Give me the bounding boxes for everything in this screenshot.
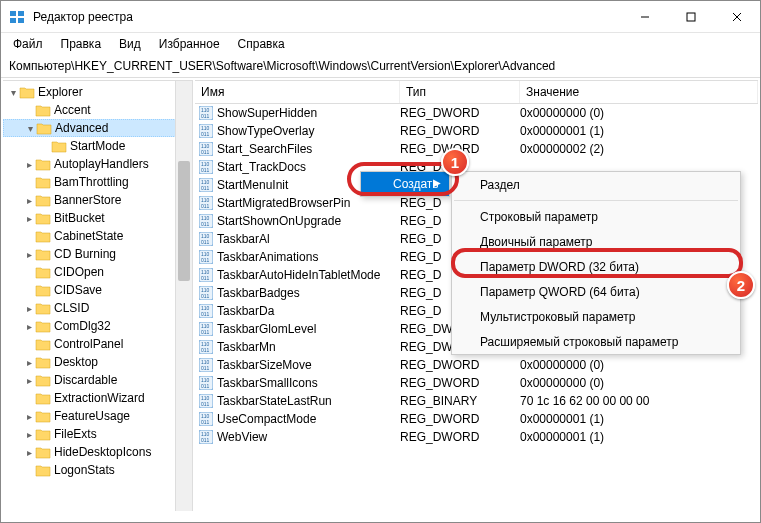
value-name: TaskbarSizeMove (217, 358, 312, 372)
folder-icon (35, 104, 51, 117)
submenu-expandstring[interactable]: Расширяемый строковый параметр (452, 329, 740, 354)
tree-item[interactable]: Accent (3, 101, 192, 119)
submenu-binary[interactable]: Двоичный параметр (452, 229, 740, 254)
tree-item[interactable]: CIDOpen (3, 263, 192, 281)
tree-item[interactable]: ▸ComDlg32 (3, 317, 192, 335)
tree-item[interactable]: ▸Discardable (3, 371, 192, 389)
window-controls (622, 2, 760, 32)
tree-label: ControlPanel (54, 337, 123, 351)
registry-value-icon: 110011 (199, 232, 213, 246)
svg-text:011: 011 (201, 329, 210, 335)
maximize-button[interactable] (668, 2, 714, 32)
value-name: TaskbarAl (217, 232, 270, 246)
submenu-qword[interactable]: Параметр QWORD (64 бита) (452, 279, 740, 304)
tree-item[interactable]: ▸HideDesktopIcons (3, 443, 192, 461)
tree-label: HideDesktopIcons (54, 445, 151, 459)
submenu-multistring[interactable]: Мультистроковый параметр (452, 304, 740, 329)
folder-icon (35, 176, 51, 189)
minimize-button[interactable] (622, 2, 668, 32)
tree-item[interactable]: ControlPanel (3, 335, 192, 353)
menu-favorites[interactable]: Избранное (151, 35, 228, 53)
table-row[interactable]: 110011WebViewREG_DWORD0x00000001 (1) (195, 428, 758, 446)
svg-text:011: 011 (201, 419, 210, 425)
tree-item[interactable]: ▸BannerStore (3, 191, 192, 209)
value-name: ShowSuperHidden (217, 106, 317, 120)
folder-icon (35, 284, 51, 297)
chevron-right-icon: ▶ (433, 177, 441, 188)
address-bar[interactable]: Компьютер\HKEY_CURRENT_USER\Software\Mic… (1, 55, 760, 78)
folder-icon (35, 212, 51, 225)
table-row[interactable]: 110011UseCompactModeREG_DWORD0x00000001 … (195, 410, 758, 428)
table-row[interactable]: 110011TaskbarSmallIconsREG_DWORD0x000000… (195, 374, 758, 392)
menu-file[interactable]: Файл (5, 35, 51, 53)
value-data: 0x00000000 (0) (520, 106, 758, 120)
value-data: 0x00000001 (1) (520, 412, 758, 426)
value-type: REG_DWORD (400, 358, 520, 372)
svg-text:011: 011 (201, 149, 210, 155)
svg-text:011: 011 (201, 401, 210, 407)
tree-item[interactable]: ▸FileExts (3, 425, 192, 443)
menu-view[interactable]: Вид (111, 35, 149, 53)
column-name[interactable]: Имя (195, 81, 400, 103)
tree-label: Explorer (38, 85, 83, 99)
tree-item[interactable]: CIDSave (3, 281, 192, 299)
menu-edit[interactable]: Правка (53, 35, 110, 53)
tree-item[interactable]: ExtractionWizard (3, 389, 192, 407)
value-name: StartShownOnUpgrade (217, 214, 341, 228)
folder-icon (35, 392, 51, 405)
tree-item[interactable]: ▸AutoplayHandlers (3, 155, 192, 173)
table-row[interactable]: 110011TaskbarSizeMoveREG_DWORD0x00000000… (195, 356, 758, 374)
registry-value-icon: 110011 (199, 376, 213, 390)
tree-label: Desktop (54, 355, 98, 369)
tree-label: BannerStore (54, 193, 121, 207)
value-name: WebView (217, 430, 267, 444)
svg-rect-3 (18, 18, 24, 23)
tree-item[interactable]: CabinetState (3, 227, 192, 245)
tree-item[interactable]: ▸CD Burning (3, 245, 192, 263)
table-row[interactable]: 110011TaskbarStateLastRunREG_BINARY70 1c… (195, 392, 758, 410)
value-name: TaskbarDa (217, 304, 274, 318)
tree-item[interactable]: ▾Advanced (3, 119, 192, 137)
tree-item[interactable]: ▸FeatureUsage (3, 407, 192, 425)
submenu-string[interactable]: Строковый параметр (452, 204, 740, 229)
registry-value-icon: 110011 (199, 160, 213, 174)
tree-scrollbar[interactable] (175, 81, 192, 511)
registry-value-icon: 110011 (199, 340, 213, 354)
svg-text:011: 011 (201, 113, 210, 119)
folder-icon (35, 266, 51, 279)
table-row[interactable]: 110011Start_SearchFilesREG_DWORD0x000000… (195, 140, 758, 158)
value-name: TaskbarMn (217, 340, 276, 354)
submenu-key[interactable]: Раздел (452, 172, 740, 197)
svg-text:011: 011 (201, 257, 210, 263)
value-type: REG_DWORD (400, 430, 520, 444)
registry-value-icon: 110011 (199, 358, 213, 372)
column-type[interactable]: Тип (400, 81, 520, 103)
column-value[interactable]: Значение (520, 81, 758, 103)
tree-item[interactable]: ▸BitBucket (3, 209, 192, 227)
registry-value-icon: 110011 (199, 124, 213, 138)
tree-item-root[interactable]: ▾Explorer (3, 83, 192, 101)
close-button[interactable] (714, 2, 760, 32)
tree-item[interactable]: StartMode (3, 137, 192, 155)
value-type: REG_DWORD (400, 412, 520, 426)
tree-label: StartMode (70, 139, 125, 153)
value-name: Start_SearchFiles (217, 142, 312, 156)
value-type: REG_BINARY (400, 394, 520, 408)
folder-icon (35, 230, 51, 243)
tree-item[interactable]: ▸Desktop (3, 353, 192, 371)
table-row[interactable]: 110011ShowTypeOverlayREG_DWORD0x00000001… (195, 122, 758, 140)
tree-item[interactable]: BamThrottling (3, 173, 192, 191)
menu-help[interactable]: Справка (230, 35, 293, 53)
table-row[interactable]: 110011ShowSuperHiddenREG_DWORD0x00000000… (195, 104, 758, 122)
tree-item[interactable]: LogonStats (3, 461, 192, 479)
value-name: Start_TrackDocs (217, 160, 306, 174)
svg-rect-0 (10, 11, 16, 16)
registry-value-icon: 110011 (199, 142, 213, 156)
svg-text:011: 011 (201, 185, 210, 191)
submenu-dword[interactable]: Параметр DWORD (32 бита) (452, 254, 740, 279)
context-menu-create[interactable]: Создать ▶ (361, 172, 449, 196)
tree-item[interactable]: ▸CLSID (3, 299, 192, 317)
value-type: REG_DWORD (400, 124, 520, 138)
value-name: TaskbarAnimations (217, 250, 318, 264)
value-name: TaskbarAutoHideInTabletMode (217, 268, 380, 282)
